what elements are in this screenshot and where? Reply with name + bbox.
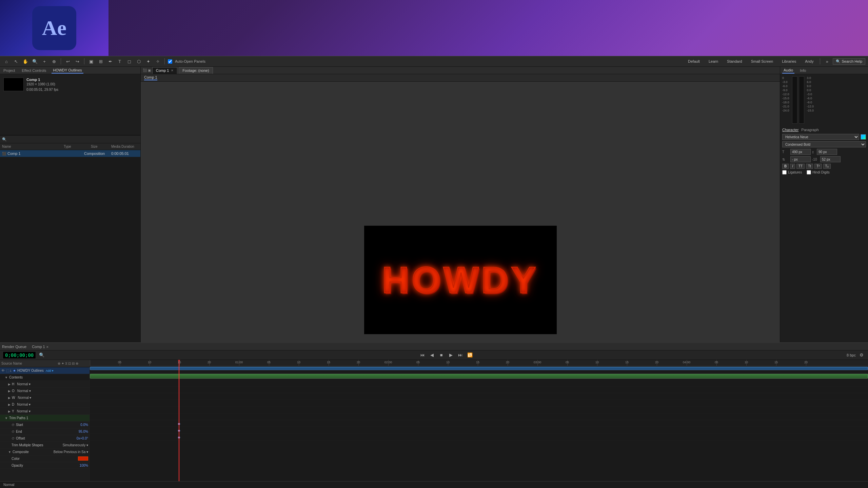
comp-thumbnail	[3, 78, 24, 91]
comp-tab-close[interactable]: ✕	[46, 345, 49, 349]
main-toolbar: ⌂ ↖ ✋ 🔍 + ⊕ ↩ ↪ ▣ ⊞ ✒ T ◻ ⬡ ✦ ✧ Auto-Ope…	[0, 56, 868, 67]
expand-D: ▶	[8, 403, 11, 406]
layer-eye-icon[interactable]: 👁	[1, 369, 5, 372]
layer-opacity[interactable]: Opacity 100%	[0, 462, 90, 469]
small-caps-button[interactable]: Tt	[806, 164, 813, 169]
below-prev-value[interactable]: Below Previous in Sa ▾	[54, 450, 88, 454]
timeline-search[interactable]: 🔍	[38, 351, 45, 359]
zoom-tool[interactable]: 🔍	[31, 58, 39, 65]
pen-tool[interactable]: ✒	[106, 58, 114, 65]
comp1-name-active-tab[interactable]: Comp 1	[144, 75, 157, 80]
rt-tab-info[interactable]: Info	[798, 68, 807, 73]
project-item-comp1[interactable]: ⬛ Comp 1 Composition 0:00:05:01	[0, 150, 140, 157]
anchor-tool[interactable]: ⊕	[50, 58, 58, 65]
hand-tool[interactable]: ✋	[22, 58, 29, 65]
character-tab[interactable]: Character	[782, 128, 798, 132]
auto-open-checkbox[interactable]	[168, 59, 172, 64]
workspace-libraries[interactable]: Libraries	[778, 59, 800, 63]
add-tool[interactable]: +	[41, 58, 48, 65]
play-forward-button[interactable]: ▶	[447, 351, 455, 359]
layer-O[interactable]: ▶ O Normal ▾	[0, 388, 90, 394]
frame-forward-button[interactable]: ⏭	[457, 351, 464, 359]
tab-effect-controls[interactable]: Effect Controls	[20, 68, 47, 73]
tab-howdy-outlines[interactable]: HOWDY Outlines	[52, 67, 83, 74]
render-button[interactable]: ▣	[87, 58, 95, 65]
mask-tool[interactable]: ✦	[144, 58, 152, 65]
add-label[interactable]: Add ▾	[46, 369, 54, 372]
home-button[interactable]: ⌂	[3, 58, 10, 65]
undo-button[interactable]: ↩	[64, 58, 72, 65]
leading-input[interactable]	[790, 156, 811, 162]
text-tool[interactable]: T	[116, 58, 123, 65]
ligatures-checkbox[interactable]	[782, 170, 787, 175]
project-search-input[interactable]	[8, 137, 138, 141]
font-style-select[interactable]: Condensed Bold	[782, 141, 866, 147]
timeline-ruler[interactable]: 0510152001:000510152002:000510152003:000…	[90, 360, 868, 366]
offset-stopwatch[interactable]: ⏱	[12, 437, 15, 440]
export-button[interactable]: ⊞	[97, 58, 104, 65]
expand-panels-button[interactable]: »	[823, 58, 831, 65]
paragraph-tab[interactable]: Paragraph	[801, 128, 818, 132]
all-caps-button[interactable]: TT	[796, 164, 805, 169]
arrow-icon: ↕	[812, 150, 815, 154]
workspace-learn[interactable]: Learn	[705, 59, 722, 63]
workspace-standard[interactable]: Standard	[724, 59, 746, 63]
layer-howdy-outlines[interactable]: 👁 ⬚ 1 ★ HOWDY Outlines Add ▾	[0, 367, 90, 374]
render-queue-tab[interactable]: Render Queue	[2, 345, 26, 349]
layer-Y[interactable]: ▶ Y Normal ▾	[0, 408, 90, 415]
layer-color[interactable]: Color	[0, 455, 90, 462]
hindi-digits-checkbox[interactable]	[807, 170, 811, 175]
color-swatch-display[interactable]	[78, 456, 88, 461]
tab-project[interactable]: Project	[2, 68, 16, 73]
bold-button[interactable]: B	[782, 164, 789, 169]
frame-back-button[interactable]: ⏮	[419, 351, 426, 359]
comp-settings[interactable]: ⚙	[858, 351, 865, 359]
tab-footage-viewer[interactable]: Footage: (none)	[179, 67, 213, 74]
layer-H[interactable]: ▶ H Normal ▾	[0, 381, 90, 388]
subscript-button[interactable]: T₂	[823, 164, 831, 169]
brush-tool[interactable]: ⬡	[135, 58, 142, 65]
start-stopwatch[interactable]: ⏱	[12, 423, 15, 427]
shape-tool[interactable]: ◻	[125, 58, 133, 65]
comp1-timeline-tab[interactable]: Comp 1 ✕	[32, 345, 49, 349]
end-value[interactable]: 95.0%	[79, 430, 88, 433]
italic-button[interactable]: I	[790, 164, 795, 169]
start-value[interactable]: 0.0%	[80, 423, 88, 427]
layer-trim-multiple[interactable]: Trim Multiple Shapes Simultaneously ▾	[0, 442, 90, 449]
font-size-input[interactable]	[790, 149, 811, 155]
opacity-value[interactable]: 100%	[79, 464, 88, 467]
superscript-button[interactable]: T²	[814, 164, 822, 169]
offset-value[interactable]: 0x+0.0°	[77, 436, 88, 440]
font-color-swatch[interactable]	[861, 134, 866, 140]
layer-offset[interactable]: ⏱ Offset 0x+0.0°	[0, 435, 90, 442]
tab-close-icon[interactable]: ✕	[171, 69, 174, 72]
font-size-row: T ↕	[782, 149, 866, 155]
layer-end[interactable]: ⏱ End 95.0%	[0, 428, 90, 435]
tracking-input[interactable]	[817, 149, 837, 155]
pin-tool[interactable]: ✧	[154, 58, 161, 65]
font-family-select[interactable]: Helvetica Neue	[782, 134, 859, 140]
layer-lock-icon[interactable]: ⬚	[6, 369, 9, 372]
layer-contents[interactable]: ▼ Contents	[0, 374, 90, 381]
loop-button[interactable]: 🔁	[466, 351, 474, 359]
stop-button[interactable]: ■	[438, 351, 445, 359]
search-help-button[interactable]: 🔍 Search Help	[833, 58, 865, 65]
redo-button[interactable]: ↪	[74, 58, 81, 65]
workspace-small-screen[interactable]: Small Screen	[748, 59, 776, 63]
layer-D[interactable]: ▶ D Normal ▾	[0, 401, 90, 408]
layer-trim-paths[interactable]: ▼ Trim Paths 1	[0, 415, 90, 422]
workspace-default[interactable]: Default	[685, 59, 703, 63]
layer-start[interactable]: ⏱ Start 0.0%	[0, 422, 90, 428]
expand-trim: ▼	[5, 416, 8, 420]
layer-composite[interactable]: ▼ Composite Below Previous in Sa ▾	[0, 449, 90, 455]
play-back-button[interactable]: ◀	[428, 351, 436, 359]
end-stopwatch[interactable]: ⏱	[12, 430, 15, 433]
layer-W[interactable]: ▶ W Normal ▾	[0, 394, 90, 401]
rt-tab-audio[interactable]: Audio	[782, 67, 794, 74]
tab-comp1-viewer[interactable]: Comp 1 ✕	[152, 67, 178, 74]
workspace-andy[interactable]: Andy	[802, 59, 817, 63]
kerning-input[interactable]	[820, 156, 841, 162]
simultaneously-value[interactable]: Simultaneously ▾	[62, 443, 88, 447]
color-swatch[interactable]	[78, 456, 88, 461]
select-tool[interactable]: ↖	[12, 58, 20, 65]
